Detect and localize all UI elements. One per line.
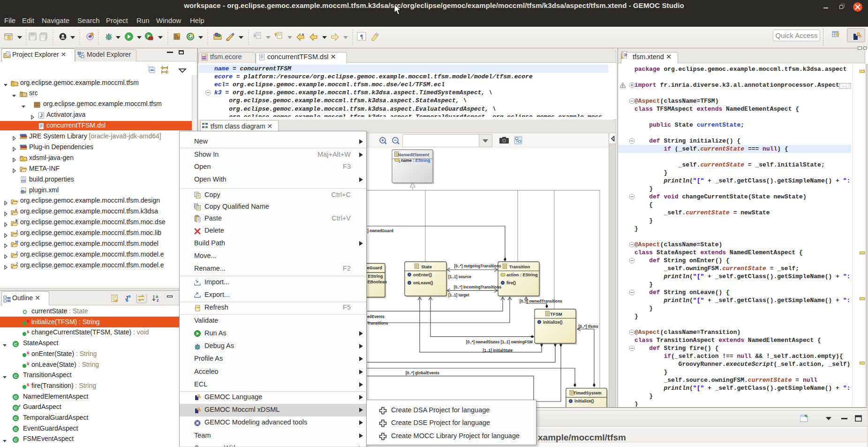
svg-text:S: S (27, 361, 29, 365)
svg-text:initialize(): initialize() (574, 399, 594, 403)
svg-text:[0..*] tfsms: [0..*] tfsms (579, 324, 599, 329)
svg-text:[0..*] incomingTransitions: [0..*] incomingTransitions (454, 285, 502, 289)
svg-text:Transitions: Transitions (367, 321, 388, 326)
svg-text:A: A (18, 404, 20, 408)
svg-text:onEnter(): onEnter() (413, 273, 432, 277)
svg-text:[1..1] source: [1..1] source (448, 274, 471, 279)
svg-text:State: State (421, 265, 432, 269)
svg-text:: EString: : EString (365, 274, 383, 279)
svg-text:name : EString: name : EString (401, 158, 430, 163)
svg-text:[1..1] target: [1..1] target (448, 293, 469, 297)
svg-text:S: S (27, 319, 29, 323)
svg-text:C: C (14, 405, 17, 410)
svg-text:S: S (27, 383, 29, 387)
svg-text:¶: ¶ (360, 33, 363, 40)
svg-text:J: J (40, 113, 43, 118)
svg-text:010: 010 (22, 180, 25, 182)
svg-text:] ownedGuard: ] ownedGuard (367, 228, 393, 233)
svg-text:[0..*] outgoingTransitions: [0..*] outgoingTransitions (454, 264, 501, 268)
svg-text:C: C (14, 394, 17, 400)
svg-text:TFSM: TFSM (550, 312, 562, 317)
svg-text:action : EString: action : EString (506, 273, 538, 277)
svg-text:C: C (14, 426, 17, 432)
svg-text:C: C (14, 373, 17, 378)
svg-text:initialize(): initialize() (543, 320, 563, 325)
svg-text:C: C (14, 416, 17, 421)
svg-text:TimedSystem: TimedSystem (573, 391, 601, 395)
svg-text:J: J (15, 230, 17, 234)
svg-text:Transition: Transition (509, 265, 530, 269)
svg-text:NamedElement: NamedElement (398, 152, 430, 157)
svg-text:fire(): fire() (506, 280, 516, 285)
svg-text:[0..*] globalEvents: [0..*] globalEvents (406, 371, 439, 375)
svg-text:: EBoolean: : EBoolean (365, 280, 387, 284)
svg-text:C: C (14, 341, 17, 346)
svg-text:z: z (157, 298, 159, 303)
svg-text:1: 1 (399, 160, 400, 163)
svg-text:S: S (27, 329, 29, 333)
svg-text:onLeave(): onLeave() (413, 280, 433, 285)
svg-text:C: C (14, 437, 17, 442)
svg-text:S: S (27, 351, 29, 355)
svg-text:E: E (15, 219, 18, 223)
svg-text:[1..1] initialState: [1..1] initialState (483, 348, 513, 353)
svg-text:[0..*] ownedStates [1..1] owni: [0..*] ownedStates [1..1] owningFSM (466, 340, 533, 344)
svg-text:J: J (15, 251, 17, 255)
svg-text:eGuard: eGuard (367, 265, 383, 270)
svg-text:J: J (15, 262, 17, 265)
svg-text:[0..*] ownedTransitions: [0..*] ownedTransitions (520, 299, 562, 303)
svg-text:edEvents: edEvents (367, 314, 385, 319)
svg-text:M: M (15, 240, 18, 244)
